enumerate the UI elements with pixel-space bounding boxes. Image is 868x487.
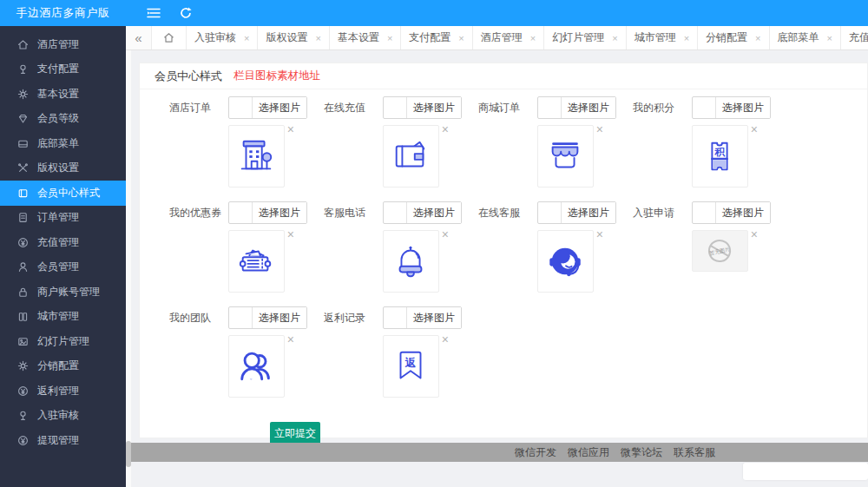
icon-resource-link[interactable]: 栏目图标素材地址 <box>233 69 320 83</box>
image-url-input[interactable] <box>384 97 407 118</box>
sidebar-item-badge[interactable]: 会员等级 <box>0 107 126 132</box>
image-picker-group: 选择图片 <box>692 96 771 119</box>
tab-close-icon[interactable]: × <box>315 33 320 43</box>
home-tab[interactable] <box>152 26 187 49</box>
field-label: 入驻申请 <box>633 206 692 220</box>
image-preview <box>228 335 285 398</box>
sidebar-item-label: 会员管理 <box>37 260 79 274</box>
icon-field: 我的积分 选择图片 积 × <box>603 96 758 188</box>
icon-field: 客服电话 选择图片 × <box>294 201 449 293</box>
sidebar-item-icon <box>17 435 29 446</box>
sidebar-item-icon <box>17 286 29 298</box>
tab[interactable]: 支付配置 × <box>401 26 472 49</box>
tab-close-icon[interactable]: × <box>612 33 617 43</box>
tab-label: 入驻审核 <box>194 30 236 45</box>
tab-bar: « 入驻审核 × 版权设置 × 基本设置 × 支付配置 × 酒店管理 × 幻灯片… <box>126 26 868 50</box>
remove-image-icon[interactable]: × <box>596 228 603 240</box>
tab[interactable]: 幻灯片管理 × <box>544 26 626 49</box>
remove-image-icon[interactable]: × <box>442 228 449 240</box>
remove-image-icon[interactable]: × <box>596 123 603 135</box>
icon-field: 我的团队 选择图片 × <box>140 306 294 398</box>
sidebar-item-icon <box>17 138 29 149</box>
refresh-icon[interactable] <box>180 7 192 19</box>
tab-close-icon[interactable]: × <box>244 33 249 43</box>
sidebar-item-image[interactable]: 幻灯片管理 <box>0 329 126 354</box>
sidebar-item-pin[interactable]: 支付配置 <box>0 57 126 82</box>
image-url-input[interactable] <box>384 202 407 223</box>
sidebar-item-label: 会员等级 <box>37 111 79 126</box>
tab-close-icon[interactable]: × <box>387 33 392 43</box>
svg-text:积: 积 <box>714 147 727 157</box>
field-label: 在线客服 <box>478 206 537 220</box>
image-url-input[interactable] <box>229 97 253 118</box>
sidebar-item-tools[interactable]: 版权设置 <box>0 156 126 181</box>
tab[interactable]: 酒店管理 × <box>473 26 544 49</box>
remove-image-icon[interactable]: × <box>287 123 294 135</box>
image-url-input[interactable] <box>229 307 253 328</box>
sidebar-item-person[interactable]: 会员管理 <box>0 255 126 280</box>
sidebar-item-coin[interactable]: 提现管理 <box>0 428 126 453</box>
remove-image-icon[interactable]: × <box>442 333 449 346</box>
image-preview <box>228 230 285 293</box>
sidebar-item-building[interactable]: 城市管理 <box>0 305 126 330</box>
scrollbar-thumb[interactable] <box>126 441 131 467</box>
sidebar-item-lock[interactable]: 商户账号管理 <box>0 280 126 305</box>
tab[interactable]: 底部菜单 × <box>770 26 841 49</box>
field-label: 我的积分 <box>633 101 692 115</box>
tab-close-icon[interactable]: × <box>684 33 689 43</box>
icon-field: 酒店订单 选择图片 × <box>140 96 294 188</box>
sidebar-item-gear[interactable]: 分销配置 <box>0 354 126 379</box>
image-url-input[interactable] <box>538 97 562 118</box>
image-url-input[interactable] <box>693 97 716 118</box>
sidebar-item-label: 基本设置 <box>37 87 79 102</box>
choose-image-button[interactable]: 选择图片 <box>716 202 770 223</box>
icon-field: 在线充值 选择图片 × <box>294 96 449 188</box>
tab-label: 基本设置 <box>338 30 379 45</box>
watermark-box <box>743 463 868 480</box>
image-url-input[interactable] <box>229 202 253 223</box>
main-area: « 入驻审核 × 版权设置 × 基本设置 × 支付配置 × 酒店管理 × 幻灯片… <box>126 0 868 487</box>
remove-image-icon[interactable]: × <box>751 228 758 240</box>
tab[interactable]: 入驻审核 × <box>187 26 258 49</box>
sidebar-item-label: 支付配置 <box>37 62 79 76</box>
content-area: 会员中心样式 栏目图标素材地址 酒店订单 选择图片 × 在线充值 选择图片 <box>126 50 868 487</box>
sidebar-item-gear[interactable]: 基本设置 <box>0 82 126 107</box>
footer-link[interactable]: 微擎论坛 <box>621 445 662 460</box>
remove-image-icon[interactable]: × <box>287 228 294 240</box>
image-preview: 返 <box>383 335 439 398</box>
sidebar-item-pin[interactable]: 入驻审核 <box>0 404 126 429</box>
tabs-collapse-icon[interactable]: « <box>126 26 152 49</box>
remove-image-icon[interactable]: × <box>287 333 294 346</box>
sidebar-item-coin[interactable]: 充值管理 <box>0 230 126 255</box>
tab-close-icon[interactable]: × <box>458 33 464 43</box>
tab-label: 支付配置 <box>409 30 450 45</box>
footer-link[interactable]: 联系客服 <box>674 445 715 460</box>
remove-image-icon[interactable]: × <box>751 123 758 135</box>
sidebar-item-home[interactable]: 酒店管理 <box>0 32 126 57</box>
submit-button[interactable]: 立即提交 <box>270 422 320 445</box>
choose-image-button[interactable]: 选择图片 <box>716 97 770 118</box>
tab-close-icon[interactable]: × <box>530 33 536 43</box>
sidebar-item-panel[interactable]: 底部菜单 <box>0 131 126 156</box>
collapse-menu-icon[interactable] <box>147 7 161 19</box>
tab[interactable]: 版权设置 × <box>258 26 329 49</box>
sidebar-item-label: 返利管理 <box>37 384 79 398</box>
image-url-input[interactable] <box>384 307 407 328</box>
tab-close-icon[interactable]: × <box>755 33 760 43</box>
remove-image-icon[interactable]: × <box>442 123 449 135</box>
sidebar-item-document[interactable]: 订单管理 <box>0 206 126 231</box>
tab[interactable]: 基本设置 × <box>330 26 401 49</box>
icon-field: 返利记录 选择图片 返 × <box>294 306 449 398</box>
footer-link[interactable]: 微信开发 <box>515 445 556 460</box>
tab[interactable]: 分销配置 × <box>698 26 769 49</box>
tab-close-icon[interactable]: × <box>827 33 832 43</box>
image-url-input[interactable] <box>693 202 716 223</box>
choose-image-button[interactable]: 选择图片 <box>407 307 461 328</box>
sidebar-item-coin[interactable]: 返利管理 <box>0 378 126 404</box>
sidebar-item-layout[interactable]: 会员中心样式 <box>0 181 126 206</box>
footer-link[interactable]: 微信应用 <box>568 445 609 460</box>
sidebar-item-icon <box>17 261 29 273</box>
tab[interactable]: 城市管理 × <box>627 26 698 49</box>
image-url-input[interactable] <box>538 202 562 223</box>
tab[interactable]: 充值管理 × <box>841 26 868 49</box>
